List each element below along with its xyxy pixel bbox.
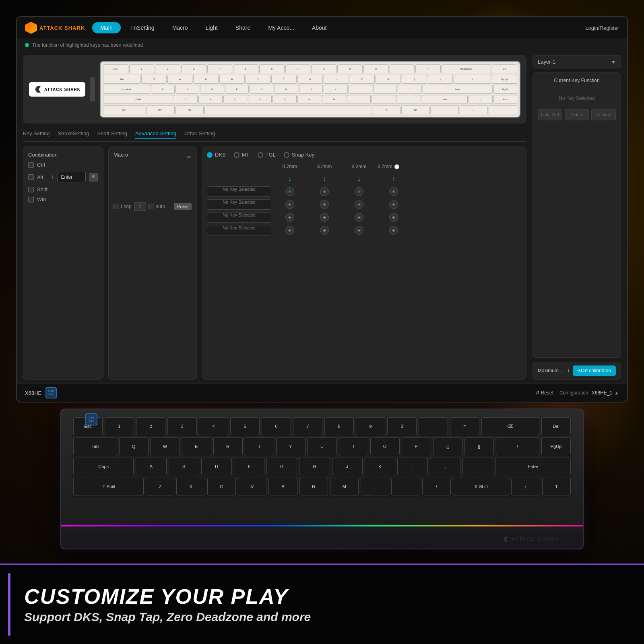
kb-key-j[interactable]: J <box>332 458 363 475</box>
layer-selector[interactable]: Layer-1 ▼ <box>533 55 621 68</box>
key-lbracket[interactable]: [ <box>402 75 427 84</box>
key-4[interactable]: 4 <box>207 64 233 73</box>
kb-key-f[interactable]: F <box>234 458 264 475</box>
dks-add-r2c1[interactable]: + <box>285 200 294 209</box>
dks-key-row1[interactable]: No Key Selected <box>207 186 271 197</box>
kb-key-semi[interactable]: ; <box>430 458 460 475</box>
kb-key-del[interactable]: Del <box>541 417 571 435</box>
key-alt[interactable]: Alt <box>175 105 204 114</box>
kb-key-7[interactable]: 7 <box>293 417 322 435</box>
kb-key-5[interactable]: 5 <box>230 417 260 435</box>
dks-add-r1c3[interactable]: + <box>355 187 363 196</box>
key-c[interactable]: C <box>223 95 247 104</box>
key-semicolon[interactable]: ; <box>373 85 397 94</box>
key-slash[interactable]: / <box>396 95 420 104</box>
dks-add-r4c1[interactable]: + <box>285 226 294 235</box>
dks-add-r4c3[interactable]: + <box>355 226 363 235</box>
key-esc[interactable]: Esc <box>103 64 128 73</box>
kb-key-c[interactable]: C <box>207 478 236 495</box>
kb-key-p[interactable]: P <box>402 438 431 455</box>
radio-tgl[interactable] <box>258 152 263 158</box>
checkbox-shift[interactable] <box>28 187 34 192</box>
key-5[interactable]: 5 <box>233 64 258 73</box>
kb-key-1[interactable]: 1 <box>105 417 134 435</box>
key-n[interactable]: N <box>297 95 321 104</box>
combo-extra-btn[interactable]: ⊞ <box>89 173 98 182</box>
key-rctrl[interactable]: Ctrl <box>401 105 430 114</box>
tab-stroke-setting[interactable]: StrokeSetting <box>58 130 89 139</box>
dks-option-dks[interactable]: DKS <box>207 152 226 158</box>
kb-key-apos[interactable]: ' <box>462 458 493 475</box>
dks-add-r3c4[interactable]: + <box>389 213 398 222</box>
nav-tab-about[interactable]: About <box>304 22 335 33</box>
key-j[interactable]: J <box>299 85 323 94</box>
kb-key-t2[interactable]: T <box>542 478 571 495</box>
key-b[interactable]: B <box>272 95 296 104</box>
kb-key-r[interactable]: R <box>213 438 243 455</box>
key-d[interactable]: D <box>200 85 224 94</box>
kb-key-z[interactable]: Z <box>146 478 174 495</box>
key-s[interactable]: S <box>175 85 199 94</box>
kb-key-sl[interactable]: / <box>422 478 451 495</box>
key-lctrl[interactable]: Ctrl <box>103 105 145 114</box>
kb-key-3[interactable]: 3 <box>167 417 197 435</box>
key-8[interactable]: 8 <box>311 64 336 73</box>
kb-key-4[interactable]: 4 <box>199 417 228 435</box>
checkbox-ctrl[interactable] <box>28 162 34 168</box>
key-down[interactable]: ↓ <box>460 105 488 114</box>
kb-key-b[interactable]: B <box>268 478 297 495</box>
key-o[interactable]: O <box>350 75 375 84</box>
kb-key-minus[interactable]: - <box>419 417 448 435</box>
login-register-button[interactable]: Login/Register <box>585 25 619 31</box>
key-lshift[interactable]: ↑Shift <box>103 95 173 104</box>
checkbox-auto[interactable] <box>149 204 154 209</box>
kb-key-6[interactable]: 6 <box>262 417 291 435</box>
key-quote[interactable]: ' <box>398 85 421 94</box>
kb-key-0[interactable]: 0 <box>387 417 417 435</box>
dks-key-row2[interactable]: No Key Selected <box>207 199 271 210</box>
kb-key-rshift[interactable]: ⇧ Shift <box>453 478 510 495</box>
kb-key-q[interactable]: Q <box>119 438 149 455</box>
key-u[interactable]: U <box>297 75 323 84</box>
nav-tab-fnsetting[interactable]: FnSetting <box>122 22 163 33</box>
key-enter[interactable]: Enter <box>423 85 493 94</box>
key-rshift[interactable]: ↑Shift <box>421 95 468 104</box>
radio-mt[interactable] <box>234 152 239 158</box>
nav-tab-main[interactable]: Main <box>92 22 120 33</box>
key-e[interactable]: E <box>193 75 219 84</box>
key-t[interactable]: T <box>246 75 271 84</box>
key-equals[interactable]: = <box>415 64 441 73</box>
key-2[interactable]: 2 <box>155 64 180 73</box>
kb-key-lbr[interactable]: [[ <box>433 438 462 455</box>
kb-key-h[interactable]: H <box>299 458 330 475</box>
dks-add-r3c1[interactable]: + <box>285 213 294 222</box>
key-space[interactable] <box>204 105 371 114</box>
key-g[interactable]: G <box>250 85 273 94</box>
kb-key-enter[interactable]: Enter <box>495 458 570 475</box>
key-period[interactable]: . <box>372 95 395 104</box>
key-rbracket[interactable]: ] <box>428 75 453 84</box>
key-l[interactable]: L <box>349 85 372 94</box>
checkbox-loop[interactable] <box>114 204 119 209</box>
kb-key-n[interactable]: N <box>299 478 328 495</box>
key-6[interactable]: 6 <box>259 64 285 73</box>
key-q[interactable]: Q <box>141 75 167 84</box>
kb-key-eq[interactable]: = <box>450 417 479 435</box>
kb-key-w[interactable]: W <box>151 438 180 455</box>
key-end[interactable]: End <box>493 95 517 104</box>
key-k[interactable]: K <box>324 85 347 94</box>
key-p[interactable]: P <box>376 75 401 84</box>
key-r[interactable]: R <box>219 75 245 84</box>
dks-key-row4[interactable]: No Key Selected <box>207 225 271 235</box>
dks-add-r1c2[interactable]: + <box>320 187 329 196</box>
kb-key-x[interactable]: X <box>176 478 205 495</box>
key-backspace[interactable]: Backspace <box>442 64 491 73</box>
kb-key-l[interactable]: L <box>397 458 428 475</box>
tab-key-setting[interactable]: Key Setting <box>23 130 50 139</box>
key-y[interactable]: Y <box>271 75 297 84</box>
dks-add-r3c3[interactable]: + <box>355 213 363 222</box>
kb-key-backspace[interactable]: ⌫ <box>481 417 539 435</box>
kb-key-e[interactable]: E <box>182 438 211 455</box>
key-1[interactable]: 1 <box>129 64 155 73</box>
key-win[interactable]: Win <box>146 105 175 114</box>
